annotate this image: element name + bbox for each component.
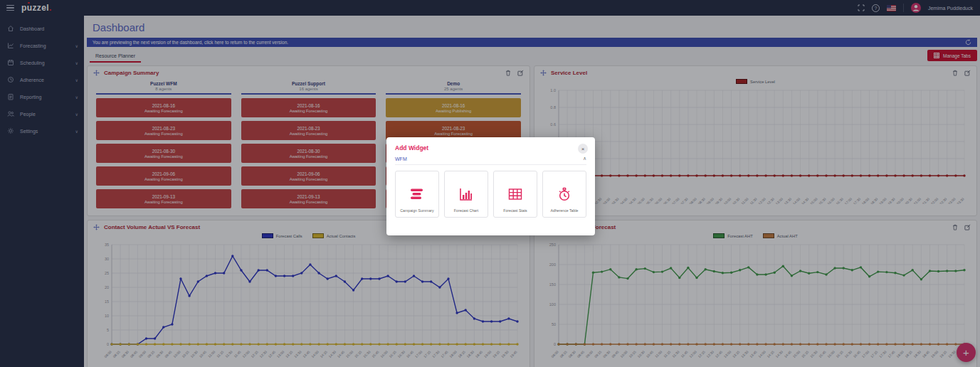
widget-tile-list: Campaign SummaryForecast ChartForecast S… bbox=[386, 165, 595, 218]
chevron-up-icon[interactable]: ∧ bbox=[583, 156, 586, 161]
tile-label: Forecast Stats bbox=[503, 208, 527, 213]
modal-section-wfm[interactable]: WFM ∧ bbox=[395, 156, 586, 165]
add-widget-modal: Add Widget × WFM ∧ Campaign SummaryForec… bbox=[386, 137, 595, 235]
widget-tile-campaign-summary[interactable]: Campaign Summary bbox=[395, 171, 439, 218]
widget-tile-forecast-stats[interactable]: Forecast Stats bbox=[493, 171, 537, 218]
forecast-stats-icon bbox=[507, 186, 524, 203]
section-label: WFM bbox=[395, 156, 407, 161]
tile-label: Forecast Chart bbox=[454, 208, 478, 213]
tile-label: Adherence Table bbox=[551, 208, 579, 213]
forecast-chart-icon bbox=[458, 186, 475, 203]
adherence-table-icon bbox=[556, 186, 573, 203]
app-root: puzzel. ? Jemima Puddleduck DashboardFor… bbox=[0, 0, 980, 367]
modal-title: Add Widget bbox=[386, 137, 595, 151]
campaign-summary-icon bbox=[409, 186, 426, 203]
widget-tile-forecast-chart[interactable]: Forecast Chart bbox=[444, 171, 488, 218]
close-icon[interactable]: × bbox=[578, 144, 588, 154]
tile-label: Campaign Summary bbox=[400, 208, 433, 213]
widget-tile-adherence-table[interactable]: Adherence Table bbox=[542, 171, 586, 218]
